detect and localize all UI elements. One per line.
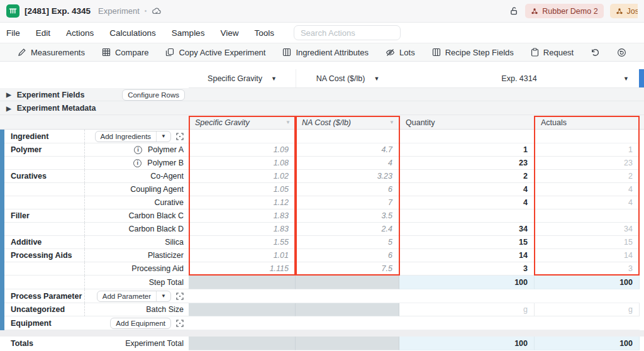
quantity-cell[interactable]: 2 — [399, 170, 535, 183]
header-specific-gravity[interactable]: Specific Gravity ▼ — [189, 116, 296, 130]
ingredient-name-cell[interactable]: iPolymer A — [85, 143, 189, 157]
chevron-right-icon[interactable]: ▶ — [6, 91, 11, 98]
attribute-selector-1[interactable]: Specific Gravity ▼ — [189, 69, 296, 87]
ingredient-name-cell[interactable]: Curative — [85, 196, 189, 209]
quantity-cell[interactable]: 3 — [399, 262, 535, 276]
ingredient-name-cell[interactable]: Coupling Agent — [85, 183, 189, 196]
info-icon[interactable]: i — [134, 146, 142, 154]
menu-edit[interactable]: Edit — [36, 28, 50, 38]
actuals-cell[interactable]: 4 — [535, 196, 640, 209]
cost-cell[interactable]: 5 — [296, 236, 399, 249]
cost-cell[interactable]: 2.4 — [296, 223, 399, 236]
menu-file[interactable]: File — [6, 28, 20, 38]
actuals-cell[interactable]: 2 — [535, 170, 640, 183]
attribute-selector-2[interactable]: NA Cost ($/lb) ▼ — [296, 69, 399, 87]
add-equipment-button[interactable]: Add Equipment — [110, 318, 171, 329]
reset-button[interactable] — [617, 48, 626, 57]
category-cell: Polymer — [4, 143, 85, 157]
add-ingredients-button[interactable]: Add Ingredients ▼ — [95, 131, 171, 142]
quantity-cell[interactable]: 34 — [399, 223, 535, 236]
disabled-cell — [189, 276, 296, 289]
sg-cell[interactable]: 1.05 — [189, 183, 296, 196]
quantity-cell[interactable]: 23 — [399, 157, 535, 170]
sg-cell[interactable]: 1.02 — [189, 170, 296, 183]
actuals-cell[interactable]: 3 — [535, 262, 640, 276]
ingredient-name-cell[interactable]: Carbon Black D — [85, 223, 189, 236]
quantity-cell[interactable]: 4 — [399, 183, 535, 196]
expand-icon[interactable] — [176, 133, 184, 140]
recipe-step-fields-button[interactable]: Recipe Step Fields — [432, 48, 514, 57]
actuals-cell[interactable]: 1 — [535, 143, 640, 157]
sg-cell[interactable]: 1.115 — [189, 262, 296, 276]
scroll-handle[interactable] — [639, 69, 644, 87]
lots-button[interactable]: Lots — [386, 48, 415, 57]
cost-cell[interactable]: 3.23 — [296, 170, 399, 183]
quantity-cell[interactable]: 15 — [399, 236, 535, 249]
undo-button[interactable] — [591, 48, 600, 57]
category-cell — [4, 183, 85, 196]
search-actions-input[interactable] — [294, 25, 401, 40]
menu-samples[interactable]: Samples — [172, 28, 205, 38]
cost-cell[interactable]: 3.5 — [296, 209, 399, 223]
sg-cell[interactable]: 1.83 — [189, 209, 296, 223]
menu-view[interactable]: View — [220, 28, 238, 38]
quantity-cell[interactable]: 4 — [399, 196, 535, 209]
cost-cell[interactable]: 4 — [296, 157, 399, 170]
menu-actions[interactable]: Actions — [66, 28, 94, 38]
cost-cell[interactable]: 4.7 — [296, 143, 399, 157]
hub-icon — [616, 8, 623, 15]
chevron-down-icon[interactable]: ▼ — [156, 131, 170, 142]
actuals-cell[interactable]: 15 — [535, 236, 640, 249]
quantity-cell[interactable]: 1 — [399, 143, 535, 157]
expand-icon[interactable] — [176, 320, 184, 327]
batch-size-actuals[interactable]: g — [535, 303, 640, 316]
chevron-right-icon[interactable]: ▶ — [6, 105, 11, 112]
actuals-cell[interactable]: 14 — [535, 249, 640, 262]
actuals-cell[interactable]: 34 — [535, 223, 640, 236]
step-total-actuals: 100 — [535, 276, 640, 289]
ingredient-name-cell[interactable]: Processing Aid — [85, 262, 189, 276]
expand-icon[interactable] — [176, 292, 184, 300]
cost-cell[interactable]: 7.5 — [296, 262, 399, 276]
experiment-selector[interactable]: Exp. 4314 ▼ — [399, 69, 639, 87]
sg-cell[interactable]: 1.12 — [189, 196, 296, 209]
sg-cell[interactable]: 1.09 — [189, 143, 296, 157]
sg-cell[interactable]: 1.83 — [189, 223, 296, 236]
workspace-badge[interactable]: Rubber Demo 2 — [525, 4, 603, 18]
add-parameter-button[interactable]: Add Parameter ▼ — [97, 291, 171, 302]
category-cell: Curatives — [4, 170, 85, 183]
actuals-cell[interactable] — [535, 209, 640, 223]
info-icon[interactable]: i — [133, 159, 142, 167]
sg-cell[interactable]: 1.01 — [189, 249, 296, 262]
sg-cell[interactable]: 1.08 — [189, 157, 296, 170]
unlock-icon[interactable] — [509, 6, 519, 16]
workspace-badge[interactable]: Josh's Rubb — [610, 4, 638, 18]
batch-size-quantity[interactable]: g — [399, 303, 535, 316]
copy-active-experiment-button[interactable]: Copy Active Experiment — [165, 48, 265, 57]
quantity-cell[interactable] — [399, 209, 535, 223]
ingredient-name-cell[interactable]: Carbon Black C — [85, 209, 189, 223]
ingredient-name-cell[interactable]: Plasticizer — [85, 249, 189, 262]
request-button[interactable]: Request — [531, 48, 574, 57]
ingredient-name-cell[interactable]: iPolymer B — [85, 157, 189, 170]
compare-button[interactable]: Compare — [102, 48, 148, 57]
ingredient-name-cell[interactable]: Co-Agent — [85, 170, 189, 183]
experiment-metadata-row[interactable]: ▶ Experiment Metadata — [0, 101, 189, 115]
menu-tools[interactable]: Tools — [254, 28, 274, 38]
experiment-fields-row[interactable]: ▶ Experiment Fields Configure Rows — [0, 88, 189, 101]
ingredient-name-cell[interactable]: Silica — [85, 236, 189, 249]
header-na-cost[interactable]: NA Cost ($/lb) ▼ — [296, 116, 399, 130]
menu-calculations[interactable]: Calculations — [109, 28, 156, 38]
configure-rows-button[interactable]: Configure Rows — [122, 89, 185, 101]
actuals-cell[interactable]: 4 — [535, 183, 640, 196]
app-logo-icon — [6, 4, 19, 18]
cost-cell[interactable]: 6 — [296, 249, 399, 262]
ingredient-attributes-button[interactable]: Ingredient Attributes — [282, 48, 369, 57]
actuals-cell[interactable]: 23 — [535, 157, 640, 170]
chevron-down-icon[interactable]: ▼ — [156, 291, 170, 301]
sg-cell[interactable]: 1.55 — [189, 236, 296, 249]
measurements-button[interactable]: Measurements — [18, 48, 85, 57]
quantity-cell[interactable]: 14 — [399, 249, 535, 262]
cost-cell[interactable]: 7 — [296, 196, 399, 209]
cost-cell[interactable]: 6 — [296, 183, 399, 196]
